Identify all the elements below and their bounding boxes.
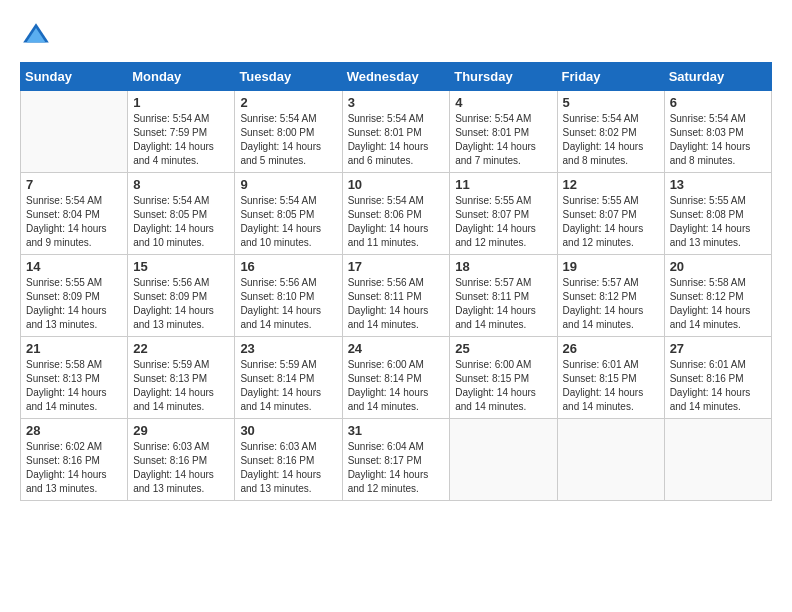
calendar-cell: 2Sunrise: 5:54 AM Sunset: 8:00 PM Daylig… — [235, 91, 342, 173]
day-info: Sunrise: 5:58 AM Sunset: 8:12 PM Dayligh… — [670, 276, 766, 332]
weekday-header-saturday: Saturday — [664, 63, 771, 91]
calendar-cell — [557, 419, 664, 501]
calendar-cell: 1Sunrise: 5:54 AM Sunset: 7:59 PM Daylig… — [128, 91, 235, 173]
day-number: 17 — [348, 259, 445, 274]
day-number: 14 — [26, 259, 122, 274]
calendar-cell: 16Sunrise: 5:56 AM Sunset: 8:10 PM Dayli… — [235, 255, 342, 337]
day-number: 24 — [348, 341, 445, 356]
calendar-cell: 14Sunrise: 5:55 AM Sunset: 8:09 PM Dayli… — [21, 255, 128, 337]
day-number: 21 — [26, 341, 122, 356]
weekday-header-monday: Monday — [128, 63, 235, 91]
calendar-cell: 21Sunrise: 5:58 AM Sunset: 8:13 PM Dayli… — [21, 337, 128, 419]
logo — [20, 20, 56, 52]
weekday-header-thursday: Thursday — [450, 63, 557, 91]
calendar-week-row: 21Sunrise: 5:58 AM Sunset: 8:13 PM Dayli… — [21, 337, 772, 419]
calendar-cell: 12Sunrise: 5:55 AM Sunset: 8:07 PM Dayli… — [557, 173, 664, 255]
day-number: 16 — [240, 259, 336, 274]
day-number: 1 — [133, 95, 229, 110]
day-number: 8 — [133, 177, 229, 192]
calendar-cell: 29Sunrise: 6:03 AM Sunset: 8:16 PM Dayli… — [128, 419, 235, 501]
calendar-cell: 17Sunrise: 5:56 AM Sunset: 8:11 PM Dayli… — [342, 255, 450, 337]
calendar-cell: 27Sunrise: 6:01 AM Sunset: 8:16 PM Dayli… — [664, 337, 771, 419]
day-info: Sunrise: 5:55 AM Sunset: 8:07 PM Dayligh… — [563, 194, 659, 250]
calendar-cell: 7Sunrise: 5:54 AM Sunset: 8:04 PM Daylig… — [21, 173, 128, 255]
day-info: Sunrise: 5:54 AM Sunset: 8:02 PM Dayligh… — [563, 112, 659, 168]
day-number: 28 — [26, 423, 122, 438]
day-info: Sunrise: 5:56 AM Sunset: 8:10 PM Dayligh… — [240, 276, 336, 332]
day-info: Sunrise: 5:57 AM Sunset: 8:11 PM Dayligh… — [455, 276, 551, 332]
calendar-cell: 22Sunrise: 5:59 AM Sunset: 8:13 PM Dayli… — [128, 337, 235, 419]
day-number: 18 — [455, 259, 551, 274]
weekday-header-tuesday: Tuesday — [235, 63, 342, 91]
day-number: 23 — [240, 341, 336, 356]
calendar-cell: 5Sunrise: 5:54 AM Sunset: 8:02 PM Daylig… — [557, 91, 664, 173]
day-number: 15 — [133, 259, 229, 274]
day-info: Sunrise: 6:03 AM Sunset: 8:16 PM Dayligh… — [133, 440, 229, 496]
calendar-cell: 8Sunrise: 5:54 AM Sunset: 8:05 PM Daylig… — [128, 173, 235, 255]
logo-icon — [20, 20, 52, 52]
calendar-cell: 13Sunrise: 5:55 AM Sunset: 8:08 PM Dayli… — [664, 173, 771, 255]
calendar-week-row: 1Sunrise: 5:54 AM Sunset: 7:59 PM Daylig… — [21, 91, 772, 173]
calendar-cell: 3Sunrise: 5:54 AM Sunset: 8:01 PM Daylig… — [342, 91, 450, 173]
day-number: 19 — [563, 259, 659, 274]
calendar-cell — [450, 419, 557, 501]
calendar-table: SundayMondayTuesdayWednesdayThursdayFrid… — [20, 62, 772, 501]
day-info: Sunrise: 5:54 AM Sunset: 8:03 PM Dayligh… — [670, 112, 766, 168]
day-number: 11 — [455, 177, 551, 192]
day-info: Sunrise: 5:54 AM Sunset: 8:05 PM Dayligh… — [133, 194, 229, 250]
day-info: Sunrise: 5:54 AM Sunset: 7:59 PM Dayligh… — [133, 112, 229, 168]
day-info: Sunrise: 5:54 AM Sunset: 8:00 PM Dayligh… — [240, 112, 336, 168]
day-info: Sunrise: 5:54 AM Sunset: 8:06 PM Dayligh… — [348, 194, 445, 250]
day-info: Sunrise: 5:59 AM Sunset: 8:14 PM Dayligh… — [240, 358, 336, 414]
day-number: 6 — [670, 95, 766, 110]
day-info: Sunrise: 5:58 AM Sunset: 8:13 PM Dayligh… — [26, 358, 122, 414]
day-number: 29 — [133, 423, 229, 438]
day-info: Sunrise: 6:04 AM Sunset: 8:17 PM Dayligh… — [348, 440, 445, 496]
day-info: Sunrise: 6:00 AM Sunset: 8:14 PM Dayligh… — [348, 358, 445, 414]
calendar-cell: 11Sunrise: 5:55 AM Sunset: 8:07 PM Dayli… — [450, 173, 557, 255]
day-info: Sunrise: 5:54 AM Sunset: 8:05 PM Dayligh… — [240, 194, 336, 250]
calendar-cell: 10Sunrise: 5:54 AM Sunset: 8:06 PM Dayli… — [342, 173, 450, 255]
calendar-cell: 25Sunrise: 6:00 AM Sunset: 8:15 PM Dayli… — [450, 337, 557, 419]
day-number: 22 — [133, 341, 229, 356]
day-info: Sunrise: 5:59 AM Sunset: 8:13 PM Dayligh… — [133, 358, 229, 414]
day-info: Sunrise: 5:54 AM Sunset: 8:04 PM Dayligh… — [26, 194, 122, 250]
day-number: 4 — [455, 95, 551, 110]
day-number: 20 — [670, 259, 766, 274]
day-number: 10 — [348, 177, 445, 192]
calendar-week-row: 28Sunrise: 6:02 AM Sunset: 8:16 PM Dayli… — [21, 419, 772, 501]
calendar-week-row: 7Sunrise: 5:54 AM Sunset: 8:04 PM Daylig… — [21, 173, 772, 255]
day-number: 2 — [240, 95, 336, 110]
day-number: 9 — [240, 177, 336, 192]
day-number: 27 — [670, 341, 766, 356]
day-number: 13 — [670, 177, 766, 192]
calendar-week-row: 14Sunrise: 5:55 AM Sunset: 8:09 PM Dayli… — [21, 255, 772, 337]
weekday-header-sunday: Sunday — [21, 63, 128, 91]
calendar-cell: 19Sunrise: 5:57 AM Sunset: 8:12 PM Dayli… — [557, 255, 664, 337]
day-number: 5 — [563, 95, 659, 110]
day-number: 12 — [563, 177, 659, 192]
day-number: 30 — [240, 423, 336, 438]
calendar-cell: 20Sunrise: 5:58 AM Sunset: 8:12 PM Dayli… — [664, 255, 771, 337]
calendar-cell: 4Sunrise: 5:54 AM Sunset: 8:01 PM Daylig… — [450, 91, 557, 173]
calendar-cell: 9Sunrise: 5:54 AM Sunset: 8:05 PM Daylig… — [235, 173, 342, 255]
calendar-cell — [21, 91, 128, 173]
day-info: Sunrise: 6:01 AM Sunset: 8:15 PM Dayligh… — [563, 358, 659, 414]
calendar-cell: 15Sunrise: 5:56 AM Sunset: 8:09 PM Dayli… — [128, 255, 235, 337]
calendar-cell: 30Sunrise: 6:03 AM Sunset: 8:16 PM Dayli… — [235, 419, 342, 501]
calendar-cell: 23Sunrise: 5:59 AM Sunset: 8:14 PM Dayli… — [235, 337, 342, 419]
day-info: Sunrise: 5:54 AM Sunset: 8:01 PM Dayligh… — [455, 112, 551, 168]
day-info: Sunrise: 5:57 AM Sunset: 8:12 PM Dayligh… — [563, 276, 659, 332]
day-info: Sunrise: 5:55 AM Sunset: 8:08 PM Dayligh… — [670, 194, 766, 250]
day-number: 31 — [348, 423, 445, 438]
day-info: Sunrise: 5:54 AM Sunset: 8:01 PM Dayligh… — [348, 112, 445, 168]
calendar-cell: 18Sunrise: 5:57 AM Sunset: 8:11 PM Dayli… — [450, 255, 557, 337]
day-info: Sunrise: 5:55 AM Sunset: 8:09 PM Dayligh… — [26, 276, 122, 332]
day-number: 25 — [455, 341, 551, 356]
day-info: Sunrise: 6:02 AM Sunset: 8:16 PM Dayligh… — [26, 440, 122, 496]
calendar-cell: 24Sunrise: 6:00 AM Sunset: 8:14 PM Dayli… — [342, 337, 450, 419]
day-info: Sunrise: 5:55 AM Sunset: 8:07 PM Dayligh… — [455, 194, 551, 250]
day-info: Sunrise: 6:01 AM Sunset: 8:16 PM Dayligh… — [670, 358, 766, 414]
day-info: Sunrise: 5:56 AM Sunset: 8:11 PM Dayligh… — [348, 276, 445, 332]
day-info: Sunrise: 6:00 AM Sunset: 8:15 PM Dayligh… — [455, 358, 551, 414]
